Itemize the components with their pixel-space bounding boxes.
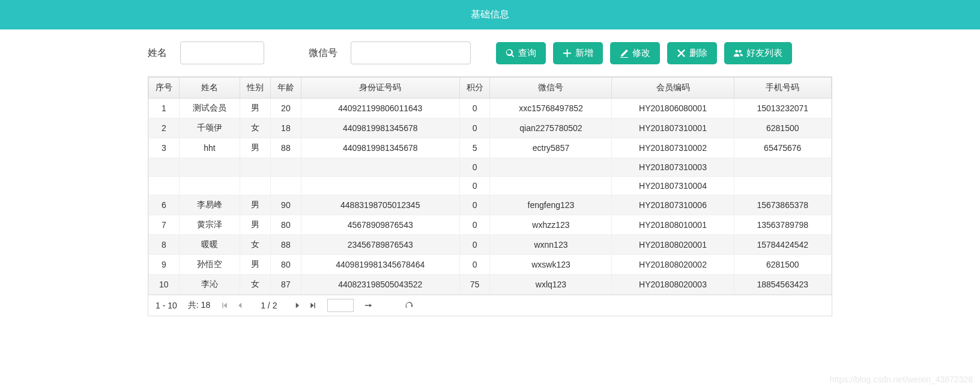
table-cell: ectry5857 — [490, 138, 612, 158]
th-points[interactable]: 积分 — [459, 78, 490, 99]
table-cell: 4409819981345678 — [301, 138, 459, 158]
users-icon — [734, 49, 743, 58]
delete-button[interactable]: 删除 — [667, 42, 717, 64]
table-cell — [490, 158, 612, 177]
table-cell: 44883198705012345 — [301, 195, 459, 215]
table-cell: 80 — [271, 215, 301, 235]
table-cell: 0 — [459, 99, 490, 118]
table-cell: 6281500 — [734, 255, 831, 275]
pagination-bar: 1 - 10 共: 18 1 / 2 — [148, 295, 832, 316]
goto-icon[interactable] — [364, 302, 372, 309]
table-cell: 75 — [459, 275, 490, 295]
table-cell — [271, 158, 301, 177]
query-label: 查询 — [518, 47, 536, 59]
table-cell: wxswk123 — [490, 255, 612, 275]
table-cell: HY201807310002 — [612, 138, 734, 158]
th-age[interactable]: 年龄 — [271, 78, 301, 99]
table-cell: 15784424542 — [734, 235, 831, 255]
wechat-input[interactable] — [351, 41, 471, 64]
table-cell: 87 — [271, 275, 301, 295]
table-row[interactable]: 3hht男8844098199813456785ectry5857HY20180… — [149, 138, 832, 158]
plus-icon — [563, 49, 572, 58]
table-cell — [271, 177, 301, 195]
query-button[interactable]: 查询 — [496, 42, 546, 64]
close-icon — [677, 49, 686, 58]
table-cell: 4409819981345678 — [301, 118, 459, 138]
table-cell: 8 — [149, 235, 180, 255]
table-cell: 65475676 — [734, 138, 831, 158]
table-cell — [301, 158, 459, 177]
refresh-icon[interactable] — [405, 302, 413, 309]
table-row[interactable]: 0HY201807310004 — [149, 177, 832, 195]
table-cell — [734, 158, 831, 177]
table-cell — [301, 177, 459, 195]
th-phone[interactable]: 手机号码 — [734, 78, 831, 99]
pager-page: 1 / 2 — [261, 301, 277, 310]
table-row[interactable]: 1测试会员男204409211998060116430xxc1576849785… — [149, 99, 832, 118]
table-cell: 90 — [271, 195, 301, 215]
table-cell: 45678909876543 — [301, 215, 459, 235]
table-cell: HY201807310006 — [612, 195, 734, 215]
data-table-container: 序号 姓名 性别 年龄 身份证号码 积分 微信号 会员编码 手机号码 1测试会员… — [148, 76, 832, 316]
table-cell: 0 — [459, 255, 490, 275]
table-row[interactable]: 9孙悟空男8044098199813456784640wxswk123HY201… — [149, 255, 832, 275]
table-row[interactable]: 6李易峰男90448831987050123450fengfeng123HY20… — [149, 195, 832, 215]
goto-page-input[interactable] — [327, 299, 354, 312]
table-row[interactable]: 2千颂伊女1844098199813456780qian2275780502HY… — [149, 118, 832, 138]
table-cell: 1 — [149, 99, 180, 118]
pager-total: 共: 18 — [188, 300, 210, 311]
table-cell — [149, 177, 180, 195]
pager-range: 1 - 10 — [156, 301, 177, 310]
edit-label: 修改 — [632, 47, 650, 59]
page-header: 基础信息 — [0, 0, 980, 29]
th-idcard[interactable]: 身份证号码 — [301, 78, 459, 99]
table-cell: 男 — [240, 195, 271, 215]
th-name[interactable]: 姓名 — [179, 78, 240, 99]
table-cell — [179, 158, 240, 177]
table-cell — [149, 158, 180, 177]
table-cell: 18 — [271, 118, 301, 138]
prev-page-icon[interactable] — [237, 302, 244, 309]
pager-nav: 1 / 2 — [221, 301, 316, 310]
edit-button[interactable]: 修改 — [610, 42, 660, 64]
last-page-icon[interactable] — [309, 302, 316, 309]
table-cell: 男 — [240, 99, 271, 118]
table-cell — [179, 177, 240, 195]
table-cell — [240, 177, 271, 195]
table-cell: 3 — [149, 138, 180, 158]
table-cell: 0 — [459, 158, 490, 177]
table-cell: 6281500 — [734, 118, 831, 138]
table-cell: wxhzz123 — [490, 215, 612, 235]
table-header-row: 序号 姓名 性别 年龄 身份证号码 积分 微信号 会员编码 手机号码 — [149, 78, 832, 99]
table-cell: 80 — [271, 255, 301, 275]
first-page-icon[interactable] — [221, 302, 228, 309]
friends-button[interactable]: 好友列表 — [724, 42, 792, 64]
table-row[interactable]: 8暖暖女88234567898765430wxnn123HY2018080200… — [149, 235, 832, 255]
wechat-label: 微信号 — [309, 47, 337, 60]
table-cell: 2 — [149, 118, 180, 138]
table-row[interactable]: 0HY201807310003 — [149, 158, 832, 177]
table-cell: 孙悟空 — [179, 255, 240, 275]
table-cell: wxlq123 — [490, 275, 612, 295]
table-cell: HY201808020001 — [612, 235, 734, 255]
table-cell: 0 — [459, 177, 490, 195]
next-page-icon[interactable] — [294, 302, 301, 309]
table-cell: 男 — [240, 255, 271, 275]
th-seq[interactable]: 序号 — [149, 78, 180, 99]
table-cell — [490, 177, 612, 195]
table-row[interactable]: 10李沁女8744082319850504352275wxlq123HY2018… — [149, 275, 832, 295]
table-cell: HY201806080001 — [612, 99, 734, 118]
table-cell: 6 — [149, 195, 180, 215]
table-cell — [240, 158, 271, 177]
table-row[interactable]: 7黄宗泽男80456789098765430wxhzz123HY20180801… — [149, 215, 832, 235]
table-cell: HY201807310003 — [612, 158, 734, 177]
add-button[interactable]: 新增 — [553, 42, 603, 64]
table-cell: 20 — [271, 99, 301, 118]
th-member[interactable]: 会员编码 — [612, 78, 734, 99]
th-gender[interactable]: 性别 — [240, 78, 271, 99]
table-cell: HY201808020002 — [612, 255, 734, 275]
table-cell: fengfeng123 — [490, 195, 612, 215]
name-input[interactable] — [180, 41, 264, 64]
table-cell: qian2275780502 — [490, 118, 612, 138]
th-wechat[interactable]: 微信号 — [490, 78, 612, 99]
